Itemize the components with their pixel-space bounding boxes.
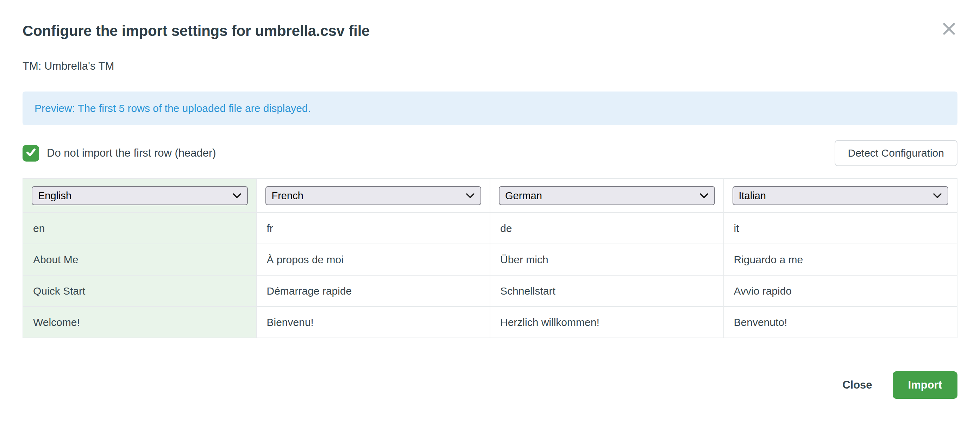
- column-header-2: French: [257, 178, 490, 213]
- table-cell: À propos de moi: [257, 244, 490, 275]
- import-button[interactable]: Import: [893, 371, 958, 399]
- language-select-column-2[interactable]: French: [266, 186, 482, 205]
- table-row: en fr de it: [23, 213, 957, 244]
- column-header-3: German: [490, 178, 724, 213]
- table-row: Welcome! Bienvenu! Herzlich willkommen! …: [23, 307, 957, 338]
- language-select-column-1[interactable]: English: [32, 186, 248, 205]
- checkmark-icon: [26, 147, 36, 159]
- table-cell: de: [490, 213, 724, 244]
- header-row-checkbox[interactable]: [22, 145, 39, 162]
- preview-info-banner: Preview: The first 5 rows of the uploade…: [22, 91, 958, 125]
- language-select-column-3[interactable]: German: [499, 186, 715, 205]
- table-cell: Bienvenu!: [257, 307, 490, 338]
- table-cell: en: [23, 213, 257, 244]
- language-select-row: English French: [23, 178, 957, 213]
- import-settings-dialog: Configure the import settings for umbrel…: [0, 0, 980, 422]
- table-cell: Riguardo a me: [724, 244, 958, 275]
- preview-info-text: Preview: The first 5 rows of the uploade…: [35, 102, 311, 115]
- detect-configuration-button[interactable]: Detect Configuration: [835, 140, 958, 166]
- language-select-wrap-4: Italian: [733, 186, 949, 205]
- header-row-checkbox-label[interactable]: Do not import the first row (header): [47, 147, 216, 159]
- csv-preview-table: English French: [22, 178, 958, 338]
- tm-label: TM: Umbrella's TM: [22, 60, 958, 73]
- table-cell: Benvenuto!: [724, 307, 958, 338]
- language-select-wrap-1: English: [32, 186, 248, 205]
- language-select-wrap-2: French: [266, 186, 482, 205]
- close-icon: [942, 22, 956, 37]
- close-dialog-button[interactable]: [939, 19, 959, 40]
- table-cell: Herzlich willkommen!: [490, 307, 724, 338]
- table-cell: Schnellstart: [490, 275, 724, 307]
- dialog-title: Configure the import settings for umbrel…: [22, 22, 958, 40]
- table-cell: Welcome!: [23, 307, 257, 338]
- table-cell: About Me: [23, 244, 257, 275]
- controls-row: Do not import the first row (header) Det…: [22, 140, 958, 166]
- close-button[interactable]: Close: [842, 379, 872, 392]
- table-cell: Démarrage rapide: [257, 275, 490, 307]
- language-select-column-4[interactable]: Italian: [733, 186, 949, 205]
- table-row: Quick Start Démarrage rapide Schnellstar…: [23, 275, 957, 307]
- column-header-4: Italian: [724, 178, 958, 213]
- column-header-1: English: [23, 178, 257, 213]
- table-cell: fr: [257, 213, 490, 244]
- header-row-checkbox-group: Do not import the first row (header): [22, 145, 216, 162]
- dialog-footer: Close Import: [22, 371, 958, 399]
- table-cell: it: [724, 213, 958, 244]
- table-cell: Über mich: [490, 244, 724, 275]
- table-cell: Quick Start: [23, 275, 257, 307]
- table-row: About Me À propos de moi Über mich Rigua…: [23, 244, 957, 275]
- language-select-wrap-3: German: [499, 186, 715, 205]
- table-cell: Avvio rapido: [724, 275, 958, 307]
